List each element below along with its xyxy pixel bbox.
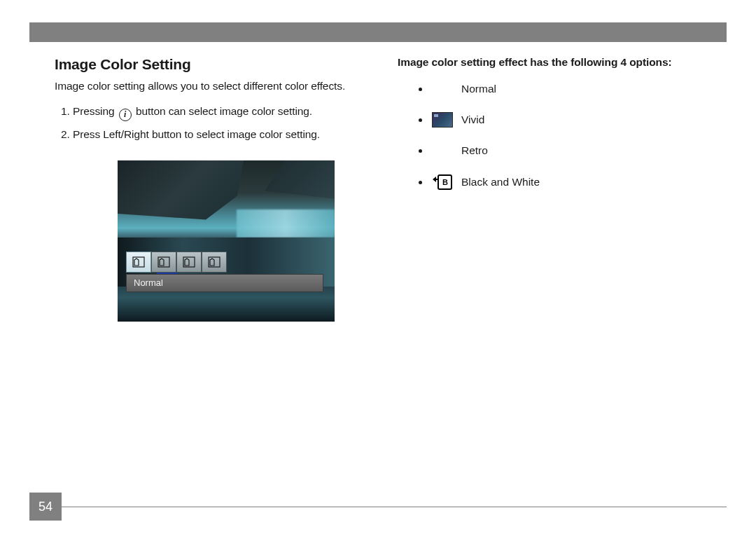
footer-divider [62,507,727,508]
page-content: Image Color Setting Image color setting … [55,56,721,322]
option-vivid: Vivid [419,112,721,128]
step-1-pre: Pressing [73,105,115,117]
bullet-icon [419,181,422,184]
page-footer: 54 [29,493,727,521]
page-number: 54 [29,493,62,521]
option-vivid-thumb [432,112,453,128]
bullet-icon [419,149,422,153]
step-1: Pressing i button can select image color… [73,105,377,121]
option-normal-thumb [432,81,453,97]
options-intro: Image color setting effect has the follo… [398,56,721,69]
option-retro-label: Retro [461,144,488,157]
step-1-post: button can select image color setting. [136,105,312,117]
info-button-icon: i [119,109,132,121]
right-column: Image color setting effect has the follo… [398,56,721,322]
instruction-list: Pressing i button can select image color… [55,105,377,141]
color-option-vivid-icon [151,252,176,273]
option-normal-label: Normal [461,83,496,95]
options-list: Normal Vivid Retro B [398,81,721,191]
bullet-icon [419,88,422,91]
option-bw-label: Black and White [461,176,540,188]
option-bw-thumb: B [432,174,453,191]
header-bar [29,22,727,42]
color-option-retro-icon [176,252,202,273]
option-normal: Normal [419,81,721,97]
color-option-label: Normal [126,274,323,292]
color-option-icons [126,252,323,273]
color-option-bw-icon [202,252,227,273]
step-2: Press Left/Right button to select image … [73,128,377,141]
camera-preview-image: Normal [118,160,335,322]
svg-text:B: B [442,178,448,186]
color-option-normal-icon [126,252,151,273]
intro-text: Image color setting allows you to select… [55,80,377,92]
option-retro-thumb [432,143,453,158]
section-heading: Image Color Setting [55,56,377,73]
bullet-icon [419,118,422,122]
color-setting-overlay: Normal [126,252,323,294]
left-column: Image Color Setting Image color setting … [55,56,377,322]
option-retro: Retro [419,143,721,158]
option-vivid-label: Vivid [461,114,484,126]
option-bw: B Black and White [419,174,721,191]
